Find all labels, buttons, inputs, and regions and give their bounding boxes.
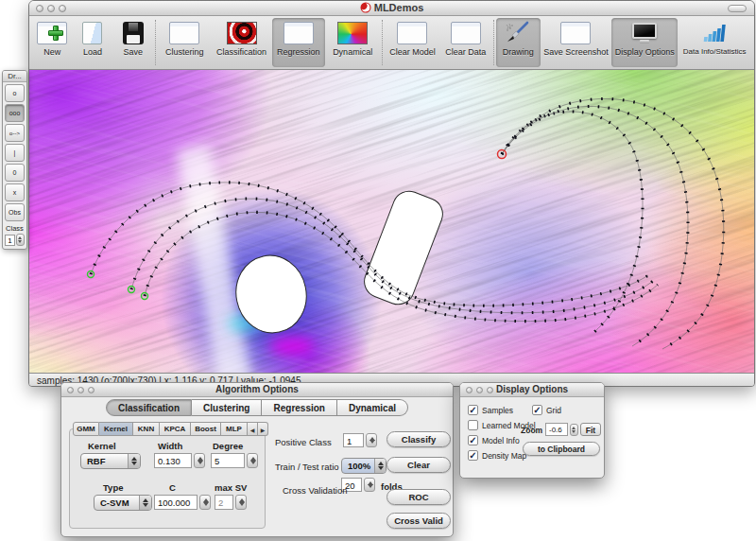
tab-kernel[interactable]: Kernel (99, 422, 133, 436)
dialog-titlebar[interactable]: Display Options (460, 383, 604, 397)
toolbar-toggle-button[interactable] (728, 5, 747, 12)
degree-stepper[interactable] (247, 453, 258, 468)
combo-arrows-icon (128, 454, 140, 468)
toolbar-button-save[interactable]: Save (112, 18, 153, 67)
toolbar-label: Save Screenshot (543, 47, 609, 57)
c-stepper[interactable] (199, 495, 211, 510)
zoom-stepper[interactable] (570, 424, 578, 436)
maxsv-spinbox[interactable]: 2 (215, 495, 247, 510)
zoom-value[interactable]: -0.6 (545, 423, 568, 436)
model-info-checkbox[interactable]: ✓ Model Info (468, 435, 520, 445)
grid-checkbox[interactable]: ✓ Grid (532, 405, 561, 415)
tool-obstacle[interactable]: Obs (5, 203, 25, 221)
checkbox-mark[interactable] (468, 420, 478, 430)
toolbar-button-save-screenshot[interactable]: Save Screenshot (541, 18, 612, 67)
display-options-dialog: Display Options ✓ Samples Learned Model … (459, 382, 605, 479)
toolbar-button-clear-data[interactable]: Clear Data (440, 18, 491, 67)
checkbox-mark[interactable]: ✓ (532, 405, 542, 415)
toolbar-button-dynamical[interactable]: Dynamical (325, 18, 380, 67)
toolbar-button-data-info[interactable]: Data Info/Statistics (678, 18, 751, 67)
to-clipboard-button[interactable]: to Clipboard (523, 442, 600, 456)
ratio-label: Train / Test ratio (275, 462, 339, 472)
width-stepper[interactable] (194, 453, 205, 468)
algorithm-tabs: GMM Kernel KNN KPCA Boost MLP ◀ ▶ (73, 422, 268, 436)
clustering-icon (168, 21, 200, 45)
main-window: MLDemos New Load Save Clustering Classif… (28, 0, 755, 387)
tool-ellipse[interactable]: 0 (5, 164, 25, 182)
toolbar-button-new[interactable]: New (32, 18, 73, 67)
tool-single-sample[interactable]: o (5, 84, 25, 102)
class-value-field[interactable]: 1 (5, 235, 15, 246)
class-stepper[interactable] (16, 234, 25, 246)
ratio-value: 100% (342, 459, 374, 473)
combo-arrows-icon (374, 459, 386, 473)
checkbox-label: Density Map (482, 451, 526, 461)
maxsv-label: max SV (215, 482, 247, 493)
canvas-overlay (29, 70, 755, 373)
positive-class-spinbox[interactable]: 1 (343, 433, 377, 447)
checkbox-mark[interactable]: ✓ (468, 450, 478, 461)
degree-value[interactable]: 5 (211, 453, 245, 468)
tab-mlp[interactable]: MLP (221, 422, 248, 436)
tool-trajectory[interactable]: o--> (5, 124, 25, 142)
tab-scroll-left-icon[interactable]: ◀ (248, 422, 258, 436)
positive-class-stepper[interactable] (366, 433, 377, 447)
toolbar-button-clear-model[interactable]: Clear Model (385, 18, 439, 67)
tool-line[interactable]: | (5, 144, 25, 162)
tool-spray-samples[interactable]: ooo (5, 104, 25, 122)
degree-spinbox[interactable]: 5 (211, 453, 258, 468)
cross-valid-button[interactable]: Cross Valid (387, 513, 451, 529)
zoom-spinbox[interactable]: -0.6 (545, 423, 578, 436)
tab-classification[interactable]: Classification (106, 399, 192, 416)
toolbar-button-classification[interactable]: Classification (212, 18, 272, 67)
checkbox-mark[interactable]: ✓ (468, 435, 478, 445)
c-spinbox[interactable]: 100.000 (154, 495, 211, 510)
classify-button[interactable]: Classify (387, 431, 451, 447)
tab-scroll-right-icon[interactable]: ▶ (258, 422, 268, 436)
type-combo[interactable]: C-SVM (94, 495, 152, 511)
tab-gmm[interactable]: GMM (73, 422, 99, 436)
toolbar-button-display-options[interactable]: Display Options (611, 18, 678, 67)
tool-erase[interactable]: x (5, 183, 25, 201)
clear-button[interactable]: Clear (387, 457, 451, 473)
magenta-accent (269, 337, 315, 356)
toolbar-button-load[interactable]: Load (73, 18, 113, 67)
kernel-combo[interactable]: RBF (80, 453, 141, 469)
palette-title[interactable]: Dr... (3, 71, 26, 82)
maxsv-stepper[interactable] (235, 495, 247, 510)
density-map-checkbox[interactable]: ✓ Density Map (468, 450, 526, 461)
tab-dynamical[interactable]: Dynamical (337, 399, 408, 416)
toolbar-label: Clustering (165, 47, 204, 57)
combo-arrows-icon (139, 496, 151, 510)
tab-boost[interactable]: Boost (191, 422, 221, 436)
maxsv-value[interactable]: 2 (215, 495, 233, 510)
toolbar-label: Load (83, 47, 102, 57)
width-value[interactable]: 0.130 (154, 453, 192, 468)
samples-checkbox[interactable]: ✓ Samples (468, 405, 513, 415)
toolbar-separator (155, 20, 156, 65)
clear-model-icon (396, 21, 428, 45)
checkbox-mark[interactable]: ✓ (468, 405, 478, 415)
toolbar-button-drawing[interactable]: Drawing (496, 18, 541, 67)
tab-knn[interactable]: KNN (133, 422, 160, 436)
tab-clustering[interactable]: Clustering (192, 399, 262, 416)
checkbox-label: Grid (546, 406, 561, 415)
roc-button[interactable]: ROC (387, 489, 451, 505)
tab-regression[interactable]: Regression (262, 399, 336, 416)
width-spinbox[interactable]: 0.130 (154, 453, 205, 468)
cv-stepper[interactable] (364, 478, 375, 492)
visualization-canvas[interactable] (29, 70, 755, 373)
ratio-combo[interactable]: 100% (341, 458, 387, 474)
toolbar-button-regression[interactable]: Regression (272, 18, 325, 67)
titlebar[interactable]: MLDemos (29, 1, 754, 16)
load-folder-icon (77, 21, 109, 45)
dialog-titlebar[interactable]: Algorithm Options (61, 383, 453, 397)
fit-button[interactable]: Fit (580, 423, 601, 436)
toolbar-button-clustering[interactable]: Clustering (158, 18, 211, 67)
c-value[interactable]: 100.000 (154, 495, 198, 510)
toolbar-label: Classification (216, 47, 266, 57)
save-screenshot-icon (559, 21, 592, 45)
positive-class-value[interactable]: 1 (343, 433, 364, 447)
kernel-value: RBF (81, 454, 128, 468)
tab-kpca[interactable]: KPCA (160, 422, 191, 436)
